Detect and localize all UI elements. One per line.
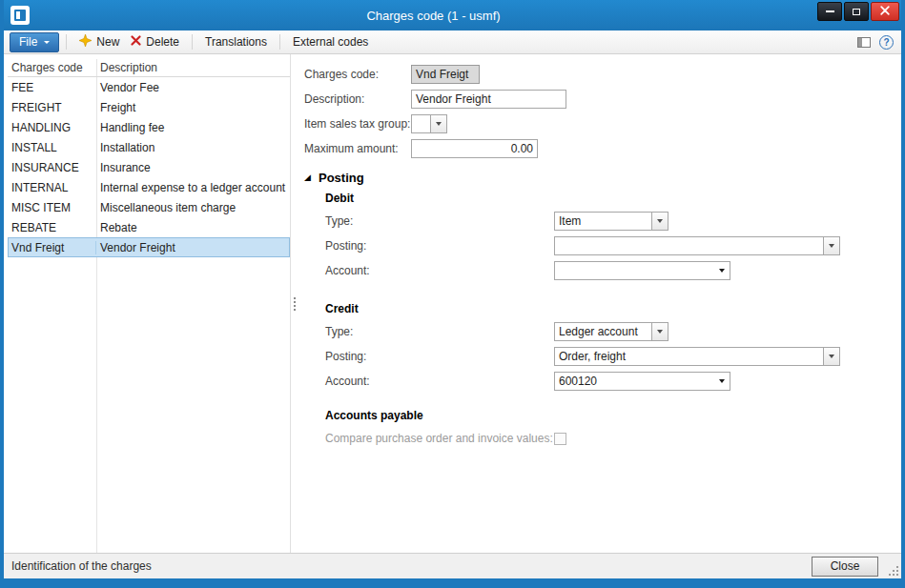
help-button[interactable]: ?	[879, 35, 894, 50]
chevron-down-icon[interactable]	[823, 348, 839, 365]
charges-code-label: Charges code:	[304, 68, 411, 81]
chevron-down-icon[interactable]	[651, 213, 668, 230]
compare-values-label: Compare purchase order and invoice value…	[325, 432, 554, 445]
chevron-down-icon	[44, 41, 50, 44]
charges-code-row: Charges code: Vnd Freigt	[304, 62, 892, 87]
charges-code-field[interactable]: Vnd Freigt	[411, 65, 480, 84]
posting-section-header: ◢ Posting	[304, 167, 892, 188]
credit-posting-combo[interactable]: Order, freight	[554, 347, 840, 366]
grid-cell-description: Vendor Fee	[96, 81, 290, 94]
credit-posting-row: Posting: Order, freight	[304, 344, 892, 369]
debit-posting-combo[interactable]	[554, 236, 840, 255]
grid-cell-code: FREIGHT	[8, 101, 96, 114]
help-icon: ?	[883, 37, 889, 48]
grid-header-description[interactable]: Description	[96, 61, 290, 74]
combo-value: Ledger account	[555, 323, 651, 340]
combo-value: Order, freight	[555, 348, 823, 365]
chevron-down-icon[interactable]	[714, 262, 730, 279]
grid-row[interactable]: HANDLING Handling fee	[8, 117, 290, 137]
new-button[interactable]: New	[73, 32, 125, 52]
tab-translations[interactable]: Translations	[199, 32, 273, 52]
grid-row[interactable]: INTERNAL Internal expense to a ledger ac…	[8, 177, 290, 197]
credit-account-label: Account:	[325, 375, 554, 388]
status-text: Identification of the charges	[11, 559, 812, 573]
combo-value: Item	[555, 213, 651, 230]
lookup-value: 600120	[555, 373, 714, 390]
grid-cell-description: Freight	[96, 101, 290, 114]
close-button[interactable]: Close	[812, 557, 878, 577]
grid-row-selected[interactable]: Vnd Freigt Vendor Freight	[8, 237, 290, 257]
layout-icon-button[interactable]	[857, 37, 871, 48]
minimize-icon	[826, 10, 834, 12]
combo-value	[412, 115, 430, 132]
minimize-button[interactable]	[817, 2, 842, 21]
maximum-amount-input[interactable]: 0.00	[411, 139, 538, 158]
toolbar-separator	[66, 34, 67, 50]
toolbar-separator	[192, 34, 193, 50]
debit-type-combo[interactable]: Item	[554, 212, 668, 231]
collapse-expander-icon[interactable]: ◢	[304, 172, 319, 182]
debit-account-row: Account:	[304, 258, 892, 283]
external-codes-label: External codes	[293, 35, 368, 49]
debit-account-lookup[interactable]	[554, 261, 730, 280]
credit-type-combo[interactable]: Ledger account	[554, 322, 668, 341]
grid-row[interactable]: INSTALL Installation	[8, 137, 290, 157]
debit-subsection-title: Debit	[304, 188, 892, 209]
chevron-down-icon[interactable]	[823, 237, 839, 254]
titlebar[interactable]: Charges code (1 - usmf)	[4, 0, 901, 30]
compare-values-row: Compare purchase order and invoice value…	[304, 426, 892, 451]
app-icon	[10, 6, 30, 25]
statusbar: Identification of the charges Close	[4, 553, 901, 578]
window-controls	[817, 2, 899, 21]
toolbar: File New Delete Translations External co…	[4, 30, 901, 54]
grid-cell-code: MISC ITEM	[8, 201, 96, 214]
grid-row[interactable]: MISC ITEM Miscellaneous item charge	[8, 197, 290, 217]
description-row: Description: Vendor Freight	[304, 87, 892, 112]
grid-cell-description: Rebate	[96, 221, 290, 234]
grid-header-charges-code[interactable]: Charges code	[8, 61, 96, 74]
debit-type-row: Type: Item	[304, 209, 892, 233]
grid-cell-code: HANDLING	[8, 121, 96, 134]
resize-grip[interactable]	[887, 564, 899, 577]
delete-button-label: Delete	[146, 35, 179, 49]
tab-external-codes[interactable]: External codes	[287, 32, 374, 52]
maximize-button[interactable]	[844, 2, 869, 21]
toolbar-right: ?	[857, 35, 895, 50]
debit-account-label: Account:	[325, 264, 554, 277]
charges-grid: Charges code Description FEE Vendor Fee …	[8, 54, 291, 553]
grid-row[interactable]: REBATE Rebate	[8, 217, 290, 237]
grid-row[interactable]: FEE Vendor Fee	[8, 77, 290, 97]
credit-account-lookup[interactable]: 600120	[554, 372, 730, 391]
item-sales-tax-group-label: Item sales tax group:	[304, 117, 411, 131]
close-icon	[880, 5, 890, 18]
file-button[interactable]: File	[10, 32, 59, 52]
chevron-down-icon[interactable]	[714, 373, 730, 390]
credit-posting-label: Posting:	[325, 350, 554, 363]
credit-subsection-title: Credit	[304, 298, 892, 319]
close-window-button[interactable]	[871, 2, 899, 21]
lookup-value	[555, 262, 714, 279]
item-sales-tax-group-row: Item sales tax group:	[304, 112, 892, 136]
description-input[interactable]: Vendor Freight	[411, 90, 566, 109]
grid-row[interactable]: FREIGHT Freight	[8, 97, 290, 117]
credit-type-label: Type:	[325, 325, 554, 338]
chevron-down-icon[interactable]	[651, 323, 668, 340]
grid-cell-description: Vendor Freight	[96, 241, 290, 254]
grid-cell-code: Vnd Freigt	[8, 241, 96, 254]
window-title: Charges code (1 - usmf)	[61, 9, 806, 23]
splitter-grip-icon	[294, 297, 296, 299]
compare-values-checkbox[interactable]	[554, 433, 566, 445]
grid-cell-description: Insurance	[96, 161, 290, 174]
maximize-icon	[853, 9, 860, 15]
posting-section-title: Posting	[319, 171, 364, 185]
chevron-down-icon[interactable]	[430, 115, 446, 132]
grid-header: Charges code Description	[8, 59, 290, 77]
grid-row[interactable]: INSURANCE Insurance	[8, 157, 290, 177]
delete-button[interactable]: Delete	[125, 32, 185, 52]
item-sales-tax-group-combo[interactable]	[411, 114, 447, 133]
grid-cell-description: Miscellaneous item charge	[96, 201, 290, 214]
debit-posting-label: Posting:	[325, 239, 554, 253]
credit-account-row: Account: 600120	[304, 369, 892, 394]
new-button-label: New	[96, 35, 119, 49]
panel-splitter[interactable]	[291, 54, 298, 553]
